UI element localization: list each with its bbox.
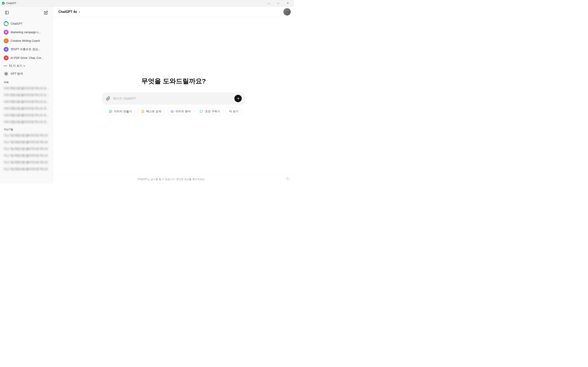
last7days-chat-1[interactable]: 지난 7일 채팅내용 블러처리된 텍스트 <box>2 139 51 145</box>
marketing-nav-icon: M <box>4 30 9 35</box>
app-icon: G <box>2 2 5 5</box>
quick-action-advice-label: 조언 구하기 <box>205 110 220 113</box>
gpt-explore-label: GPT 탐색 <box>11 72 23 76</box>
svg-point-9 <box>110 111 110 111</box>
image-create-icon <box>109 110 112 113</box>
quick-action-image-create[interactable]: 이미지 만들기 <box>105 108 135 115</box>
yesterday-chat-0[interactable]: 어제 채팅내용 블러처리된 텍스트 표시됨 <box>2 85 51 92</box>
last7days-chat-4[interactable]: 지난 7일 채팅내용 블러처리된 텍스트 <box>2 159 51 166</box>
quick-action-image-analysis-label: 이미지 분석 <box>176 110 191 113</box>
help-button[interactable]: ? <box>285 177 290 182</box>
quick-action-text-summary-label: 텍스트 요약 <box>146 110 161 113</box>
sidebar-content: ChatGPT M Marketing campaign c... ✍ Crea… <box>0 19 53 184</box>
user-avatar[interactable] <box>283 8 291 16</box>
ai-pdf-nav-label: AI PDF Drive: Chat, Cre... <box>11 56 43 59</box>
last7days-chat-3[interactable]: 지난 7일 채팅내용 블러처리된 텍스트 <box>2 152 51 159</box>
footer-text: ChatGPT는 실수를 할 수 있습니다. 중요한 정보를 확인하세요. <box>138 178 205 181</box>
model-selector[interactable]: ChatGPT 4o ∨ <box>56 9 82 15</box>
chatgpt-nav-label: ChatGPT <box>11 22 22 25</box>
close-button[interactable]: ✕ <box>283 0 292 7</box>
model-name: ChatGPT 4o <box>58 10 77 14</box>
main-header: ChatGPT 4o ∨ <box>53 7 294 17</box>
quick-action-text-summary[interactable]: 텍스트 요약 <box>138 108 165 115</box>
message-input[interactable] <box>113 97 232 100</box>
new-chat-button[interactable] <box>42 9 50 16</box>
welcome-title: 무엇을 도와드릴까요? <box>141 77 206 86</box>
main-footer: ChatGPT는 실수를 할 수 있습니다. 중요한 정보를 확인하세요. ? <box>53 175 294 184</box>
title-bar-left: G ChatGPT <box>2 2 16 5</box>
chatgpt-prompt-nav-icon: G <box>4 47 9 52</box>
title-bar: G ChatGPT — □ ✕ <box>0 0 294 7</box>
quick-action-image-create-label: 이미지 만들기 <box>114 110 132 113</box>
sidebar-item-ai-pdf[interactable]: AI AI PDF Drive: Chat, Cre... <box>2 54 51 62</box>
dots-icon <box>4 66 7 66</box>
image-analysis-icon <box>170 110 174 113</box>
title-bar-controls: — □ ✕ <box>264 0 292 7</box>
sidebar-item-creative[interactable]: ✍ Creative Writing Coach <box>2 37 51 45</box>
gpt-explore-icon <box>4 71 9 76</box>
ai-pdf-nav-icon: AI <box>4 55 9 60</box>
input-area <box>102 92 245 105</box>
more-button[interactable]: 51 더 보기 ∨ <box>2 62 51 69</box>
yesterday-chat-2[interactable]: 어제 채팅내용 블러처리된 텍스트 표시됨 <box>2 99 51 105</box>
more-label: 51 더 보기 ∨ <box>9 64 26 68</box>
send-button[interactable] <box>234 95 242 102</box>
text-summary-icon <box>141 110 145 113</box>
creative-nav-label: Creative Writing Coach <box>11 39 40 42</box>
creative-nav-icon: ✍ <box>4 38 9 43</box>
yesterday-chat-5[interactable]: 어제 채팅내용 블러처리된 텍스트 표시됨 <box>2 119 51 125</box>
maximize-button[interactable]: □ <box>274 0 283 7</box>
yesterday-section-label: 어제 <box>2 78 51 85</box>
marketing-nav-label: Marketing campaign c... <box>11 31 41 34</box>
app-container: ChatGPT M Marketing campaign c... ✍ Crea… <box>0 7 294 184</box>
sidebar-item-chatgpt-prompt[interactable]: G 챗GPT 프롬프트 생성... <box>2 45 51 53</box>
sidebar: ChatGPT M Marketing campaign c... ✍ Crea… <box>0 7 53 184</box>
last7days-chat-0[interactable]: 지난 7일 채팅내용 블러처리된 텍스트 <box>2 132 51 139</box>
svg-rect-2 <box>6 11 9 14</box>
chevron-down-icon: ∨ <box>78 10 80 13</box>
main-content: ChatGPT 4o ∨ 무엇을 도와드릴까요? <box>53 7 294 184</box>
yesterday-chat-1[interactable]: 어제 채팅내용 블러처리된 텍스트 표시됨 <box>2 92 51 98</box>
sidebar-header <box>0 7 53 19</box>
last7days-section-label: 지난 7일 <box>2 125 51 132</box>
title-bar-title: ChatGPT <box>6 2 16 5</box>
quick-action-more-label: 더 보기 <box>229 110 238 113</box>
sidebar-item-gpt-explore[interactable]: GPT 탐색 <box>2 70 51 78</box>
chat-area: 무엇을 도와드릴까요? <box>53 17 294 175</box>
svg-text:G: G <box>2 2 4 4</box>
sidebar-item-marketing[interactable]: M Marketing campaign c... <box>2 28 51 36</box>
yesterday-chat-3[interactable]: 어제 채팅내용 블러처리된 텍스트 표시됨 <box>2 105 51 112</box>
sidebar-item-chatgpt[interactable]: ChatGPT <box>2 20 51 28</box>
quick-action-more[interactable]: 더 보기 <box>226 108 242 115</box>
last7days-chat-2[interactable]: 지난 7일 채팅내용 블러처리된 텍스트 <box>2 146 51 152</box>
last7days-chat-5[interactable]: 지난 7일 채팅내용 블러처리된 텍스트 <box>2 166 51 172</box>
quick-action-image-analysis[interactable]: 이미지 분석 <box>167 108 194 115</box>
yesterday-chat-4[interactable]: 어제 채팅내용 블러처리된 텍스트 표시됨 <box>2 112 51 118</box>
quick-action-advice[interactable]: 조언 구하기 <box>196 108 224 115</box>
chatgpt-prompt-nav-label: 챗GPT 프롬프트 생성... <box>11 48 40 51</box>
attach-button[interactable] <box>105 96 111 101</box>
message-input-container <box>102 92 245 105</box>
minimize-button[interactable]: — <box>264 0 274 7</box>
svg-point-12 <box>172 111 173 112</box>
chatgpt-nav-icon <box>4 21 9 26</box>
advice-icon <box>200 110 203 113</box>
quick-actions: 이미지 만들기 텍스트 요약 <box>105 108 242 115</box>
toggle-sidebar-button[interactable] <box>3 9 11 16</box>
